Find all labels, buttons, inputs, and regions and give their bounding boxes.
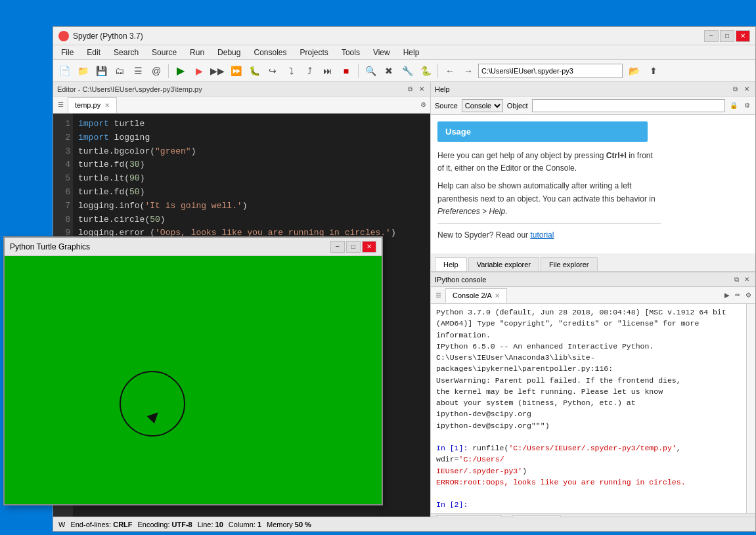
minimize-button[interactable]: − <box>704 30 719 42</box>
toolbar: 📄 📁 💾 🗂 ☰ @ ▶ ▶ ▶▶ ⏩ 🐛 ↪ ⤵ ⤴ ⏭ ■ 🔍 ✖ 🔧 🐍… <box>53 60 755 82</box>
debug-button[interactable]: 🐛 <box>246 62 263 79</box>
settings-button[interactable]: 🔧 <box>399 62 416 79</box>
window-title: Spyder (Python 3.7) <box>73 32 704 41</box>
help-tabs-bar: Help Variable explorer File explorer <box>431 253 755 272</box>
console-line-7: about your system (bitness, Python, etc.… <box>436 398 636 407</box>
object-label: Object <box>507 102 528 110</box>
help-title: Help <box>435 85 450 93</box>
console-title-bar: IPython console ⧉ ✕ <box>431 272 755 287</box>
menu-view[interactable]: View <box>368 47 395 58</box>
browse-button[interactable]: 📂 <box>625 62 642 79</box>
turtle-close-btn[interactable]: ✕ <box>362 241 376 253</box>
object-input[interactable] <box>532 99 725 112</box>
tab-settings-icon[interactable]: ⚙ <box>418 100 428 110</box>
help-divider <box>437 223 661 224</box>
tab-variable-explorer[interactable]: Variable explorer <box>468 257 539 271</box>
console-tab-2a[interactable]: Console 2/A ✕ <box>445 288 507 303</box>
menu-tools[interactable]: Tools <box>336 47 365 58</box>
step-button[interactable]: ↪ <box>264 62 281 79</box>
window-controls: − □ ✕ <box>704 30 750 42</box>
menu-consoles[interactable]: Consoles <box>248 47 292 58</box>
console-tab-bar: ☰ Console 2/A ✕ ▶ ✏ ⚙ <box>431 287 755 304</box>
console-line-5: UserWarning: Parent poll failed. If the … <box>436 376 681 385</box>
at-button[interactable]: @ <box>148 62 165 79</box>
menu-source[interactable]: Source <box>146 47 182 58</box>
help-float-icon[interactable]: ⧉ <box>730 85 740 94</box>
console-run-icon[interactable]: ▶ <box>723 291 732 300</box>
tab-file-explorer[interactable]: File explorer <box>541 257 598 271</box>
stop-button[interactable]: ■ <box>338 62 355 79</box>
float-icon[interactable]: ⧉ <box>405 85 414 94</box>
console-error: ERROR:root:Oops, looks like you are runn… <box>436 478 686 486</box>
turtle-maximize-btn[interactable]: □ <box>346 241 361 253</box>
run-cell-advance-button[interactable]: ⏩ <box>227 62 244 79</box>
console-edit-icon[interactable]: ✏ <box>733 291 742 300</box>
run-button[interactable]: ▶ <box>172 62 189 79</box>
menubar: File Edit Search Source Run Debug Consol… <box>53 45 755 60</box>
close-button[interactable]: ✕ <box>736 30 750 42</box>
menu-debug[interactable]: Debug <box>212 47 246 58</box>
console-title: IPython console <box>435 276 486 284</box>
tutorial-link[interactable]: tutorial <box>530 230 554 240</box>
status-memory-label: Memory 50 % <box>267 521 311 528</box>
console-scrollbar[interactable] <box>746 304 755 513</box>
editor-title-bar: Editor - C:\Users\IEUser\.spyder-py3\tem… <box>53 82 430 96</box>
menu-help[interactable]: Help <box>398 47 425 58</box>
step-into-button[interactable]: ⤵ <box>282 62 300 79</box>
console-row: Python 3.7.0 (default, Jun 28 2018, 08:0… <box>431 304 755 513</box>
editor-tab-close[interactable]: ✕ <box>104 102 110 109</box>
tab-list-icon[interactable]: ☰ <box>56 100 65 110</box>
status-w: W <box>58 521 65 528</box>
help-panel: Help ⧉ ✕ Source Console Object 🔒 ⚙ <box>431 82 755 272</box>
path-box: 📂 ⬆ <box>478 62 753 79</box>
console-settings-icon[interactable]: ⚙ <box>744 291 753 300</box>
lock-icon[interactable]: 🔒 <box>729 101 738 110</box>
menu-search[interactable]: Search <box>108 47 144 58</box>
back-button[interactable]: ← <box>441 62 458 79</box>
console-tab-close[interactable]: ✕ <box>495 292 500 299</box>
console-toolbar-icons: ▶ ✏ ⚙ <box>723 291 753 300</box>
console-close-icon[interactable]: ✕ <box>742 275 751 284</box>
forward-button[interactable]: → <box>460 62 477 79</box>
turtle-drawn-circle <box>120 371 185 437</box>
source-select[interactable]: Console <box>462 99 503 112</box>
console-panel: IPython console ⧉ ✕ ☰ Console 2/A ✕ ▶ ✏ <box>431 272 755 517</box>
tab-help[interactable]: Help <box>435 257 467 271</box>
go-up-button[interactable]: ⬆ <box>645 62 662 79</box>
find-button[interactable]: 🔍 <box>362 62 379 79</box>
turtle-win-controls: − □ ✕ <box>330 241 376 253</box>
help-close-icon[interactable]: ✕ <box>742 85 751 94</box>
python-button[interactable]: 🐍 <box>417 62 434 79</box>
run-config-button[interactable]: ▶ <box>190 62 208 79</box>
run-cell-button[interactable]: ▶▶ <box>209 62 226 79</box>
editor-tab-temp-py[interactable]: temp.py ✕ <box>68 97 117 113</box>
console-line-2: Type "copyright", "credits" or "license"… <box>436 319 699 339</box>
console-line-4: C:\Users\IEUser\Anaconda3\lib\site-packa… <box>436 353 613 373</box>
console-float-icon[interactable]: ⧉ <box>732 275 741 284</box>
continue-button[interactable]: ⏭ <box>319 62 336 79</box>
usage-title: Usage <box>445 127 471 137</box>
console-tab-list-icon[interactable]: ☰ <box>434 291 443 300</box>
menu-run[interactable]: Run <box>185 47 210 58</box>
maximize-button[interactable]: □ <box>720 30 734 42</box>
help-title-icons: ⧉ ✕ <box>730 85 751 94</box>
open-file-button[interactable]: 📁 <box>74 62 91 79</box>
toolbar-sep-1 <box>168 64 169 78</box>
console-body[interactable]: Python 3.7.0 (default, Jun 28 2018, 08:0… <box>431 304 746 513</box>
turtle-minimize-btn[interactable]: − <box>330 241 345 253</box>
help-settings-icon[interactable]: ⚙ <box>742 101 751 110</box>
code-analysis-button[interactable]: ✖ <box>380 62 397 79</box>
menu-file[interactable]: File <box>56 47 79 58</box>
editor-close-icon[interactable]: ✕ <box>417 85 426 94</box>
save-button[interactable]: 💾 <box>93 62 110 79</box>
help-title-bar: Help ⧉ ✕ <box>431 82 755 96</box>
list-button[interactable]: ☰ <box>129 62 146 79</box>
save-all-button[interactable]: 🗂 <box>111 62 128 79</box>
menu-edit[interactable]: Edit <box>81 47 106 58</box>
menu-projects[interactable]: Projects <box>295 47 334 58</box>
new-file-button[interactable]: 📄 <box>56 62 73 79</box>
editor-tab-label: temp.py <box>75 101 100 109</box>
path-input[interactable] <box>478 64 623 78</box>
step-out-button[interactable]: ⤴ <box>301 62 318 79</box>
status-col-label: Column: 1 <box>229 521 261 528</box>
